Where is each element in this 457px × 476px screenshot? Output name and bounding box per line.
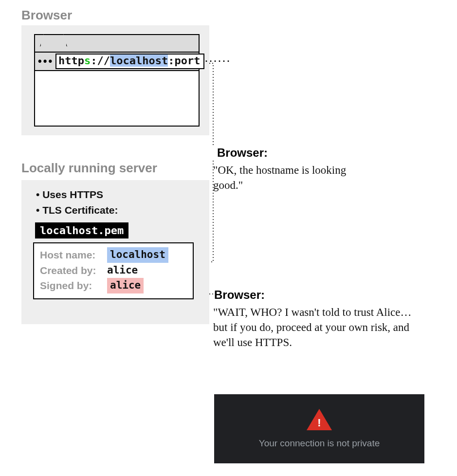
browser-tabstrip: [34, 34, 200, 53]
diagram-stage: Browser ••• https://localhost:port ·····…: [0, 0, 457, 476]
url-scheme-http: http: [58, 55, 84, 67]
cert-row-createdby: Created by: alice: [40, 263, 187, 278]
address-bar[interactable]: https://localhost:port: [55, 54, 204, 69]
server-section-label: Locally running server: [21, 161, 157, 176]
url-port-sep: :: [168, 55, 174, 67]
annotation-2-heading: Browser:: [214, 288, 265, 302]
url-scheme-s: s: [84, 55, 91, 67]
cert-row-signedby: Signed by: alice: [40, 278, 187, 293]
server-panel: Uses HTTPS TLS Certificate: localhost.pe…: [21, 180, 209, 324]
annotation-1-body: "OK, the hostname is looking good.": [213, 163, 359, 193]
url-port: port: [175, 55, 201, 67]
url-trailing-dots-icon: ······: [205, 56, 232, 67]
warning-exclamation: !: [317, 417, 322, 429]
cert-value-createdby: alice: [107, 263, 138, 278]
server-feature-list: Uses HTTPS TLS Certificate:: [36, 187, 200, 218]
cert-value-hostname: localhost: [107, 247, 168, 263]
browser-section-label: Browser: [21, 8, 72, 23]
url-host: localhost: [110, 55, 168, 67]
annotation-1-heading: Browser:: [217, 146, 268, 160]
toolbar-overflow-dots-icon: •••: [38, 55, 55, 68]
cert-key: Created by:: [40, 263, 101, 278]
warning-message: Your connection is not private: [259, 438, 380, 449]
certificate-filename: localhost.pem: [35, 222, 128, 238]
server-bullet: Uses HTTPS: [36, 187, 200, 202]
cert-key: Host name:: [40, 247, 101, 263]
warning-triangle-icon: !: [307, 409, 332, 430]
certificate-details: Host name: localhost Created by: alice S…: [33, 242, 194, 299]
browser-panel: ••• https://localhost:port ······: [21, 25, 209, 135]
cert-key: Signed by:: [40, 278, 101, 293]
browser-window: ••• https://localhost:port ······: [34, 34, 200, 127]
annotation-2-body: "WAIT, WHO? I wasn't told to trust Alice…: [213, 305, 427, 350]
browser-tab[interactable]: [40, 34, 67, 47]
browser-viewport: [34, 70, 200, 127]
connection-not-private-card: ! Your connection is not private: [214, 394, 424, 463]
cert-row-hostname: Host name: localhost: [40, 247, 187, 263]
url-scheme-sep: ://: [91, 55, 110, 67]
cert-value-signedby: alice: [107, 278, 144, 293]
server-bullet: TLS Certificate:: [36, 202, 200, 218]
browser-toolbar: ••• https://localhost:port ······: [34, 52, 200, 71]
